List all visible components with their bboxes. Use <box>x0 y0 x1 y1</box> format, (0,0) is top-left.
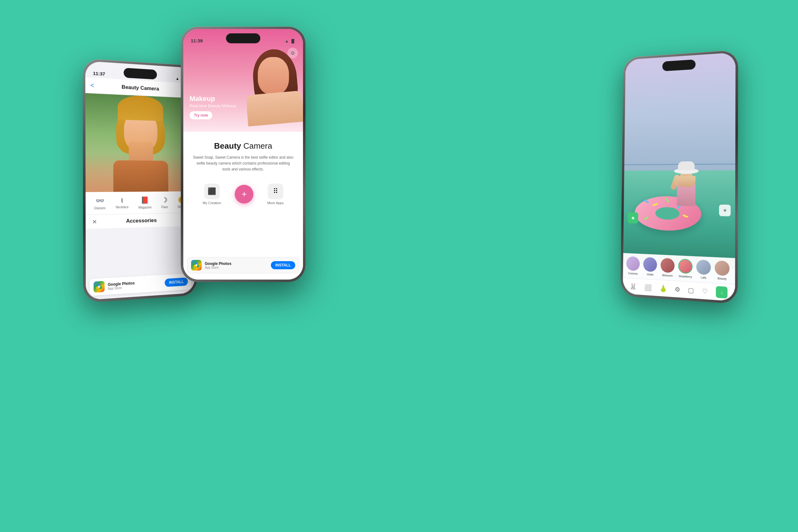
center-ad-text: Google Photos App Store <box>205 262 268 269</box>
phone-center: 11:39 ▲ ▐▌ ⚙ <box>181 26 305 282</box>
adjust-button[interactable]: ☀ <box>719 205 731 216</box>
center-ad-store: App Store <box>205 266 268 269</box>
person-hair <box>677 176 696 187</box>
left-dynamic-island <box>124 68 157 79</box>
left-header-title: Beauty Camera <box>121 84 159 92</box>
left-phone-content: 11:37 ▲ ▐▌ < Beauty Camera ⬇ <box>86 61 195 300</box>
hero-subtitle: Real-time Beauty Makeup <box>190 103 236 108</box>
magazine-tool[interactable]: 📕 Magazine <box>138 196 152 209</box>
body-icon[interactable]: 🐰 <box>629 282 637 290</box>
square-icon[interactable]: ⬜ <box>644 283 652 291</box>
violet-label: Violet <box>646 273 653 276</box>
my-creation-action[interactable]: ⬛ My Creation <box>203 184 221 205</box>
category-title: Accessories <box>126 217 157 224</box>
left-photo-area: ⏺ <box>86 93 194 192</box>
right-dynamic-island <box>662 59 696 71</box>
left-photo-person <box>107 99 174 192</box>
app-title-regular: Camera <box>241 141 272 151</box>
filter-lala[interactable]: Lala <box>695 260 712 280</box>
sprinkle-1 <box>644 199 649 203</box>
center-phone-content: 11:39 ▲ ▐▌ ⚙ <box>183 29 303 280</box>
right-photo: ★ ☀ <box>623 52 736 269</box>
center-body: Beauty Camera Sweet Snap, Sweet Camera i… <box>183 132 303 280</box>
glasses-icon: 👓 <box>95 197 104 205</box>
beauty-label: Beauty <box>718 277 727 281</box>
sprinkle-2 <box>652 203 658 206</box>
more-apps-action[interactable]: ⠿ More Apps <box>267 184 284 205</box>
cosmos-label: Cosmos <box>628 272 638 276</box>
center-dynamic-island <box>226 33 260 43</box>
svg-point-7 <box>195 264 197 266</box>
cosmos-circle <box>626 256 640 271</box>
more-apps-glyph: ⠿ <box>273 187 278 195</box>
center-actions: ⬛ My Creation + ⠿ More Apps <box>190 184 297 205</box>
lala-circle <box>696 260 711 275</box>
center-ad-name: Google Photos <box>205 262 268 266</box>
right-phone-content: ★ ☀ Cosmos Violet Bl <box>623 52 736 301</box>
filter-blossom[interactable]: Blossom <box>660 258 676 278</box>
blossom-label: Blossom <box>662 274 673 278</box>
center-google-photos-logo <box>191 260 202 270</box>
app-title-bold: Beauty <box>214 141 241 151</box>
sprinkle-6 <box>643 216 649 220</box>
phone-left: 11:37 ▲ ▐▌ < Beauty Camera ⬇ <box>82 58 197 303</box>
necklace-icon: ⌇ <box>121 197 124 204</box>
star-button[interactable]: ★ <box>628 212 639 224</box>
flare-icon: ☽ <box>162 196 167 204</box>
hero-title: Makeup <box>190 95 236 103</box>
left-category-row: ✕ Accessories ✓ <box>86 212 194 229</box>
frame-icon[interactable]: ▢ <box>688 286 694 294</box>
phone-right: ★ ☀ Cosmos Violet Bl <box>620 50 738 304</box>
magazine-label: Magazine <box>138 205 152 209</box>
wifi-icon: ▲ <box>176 76 179 81</box>
flare-tool[interactable]: ☽ Flare <box>161 196 168 209</box>
google-photos-logo <box>94 281 104 293</box>
necklace-tool[interactable]: ⌇ Necklace <box>116 197 129 209</box>
filter-strawberry[interactable]: Strawberry <box>677 259 694 279</box>
heart-icon[interactable]: ♡ <box>702 287 708 295</box>
center-app-desc: Sweet Snap, Sweet Camera is the best sel… <box>190 155 297 173</box>
more-apps-icon: ⠿ <box>268 184 283 199</box>
flare-label: Flare <box>161 205 168 209</box>
left-tools-row: 👓 Glasses ⌇ Necklace 📕 Magazine ☽ Flare <box>86 191 194 215</box>
center-time: 11:39 <box>191 38 203 43</box>
center-install-button[interactable]: INSTALL <box>271 261 295 269</box>
center-ad-banner[interactable]: Google Photos App Store INSTALL <box>187 257 299 273</box>
body <box>113 160 168 192</box>
beauty-circle <box>715 261 730 276</box>
sliders-icon[interactable]: ⚙ <box>674 285 680 293</box>
sprinkle-3 <box>665 197 669 203</box>
person-on-donut <box>672 159 700 216</box>
necklace-label: Necklace <box>116 205 129 209</box>
hero-face <box>258 57 289 94</box>
blossom-circle <box>661 258 674 273</box>
creation-glyph: ⬛ <box>208 187 216 195</box>
filter-violet[interactable]: Violet <box>642 257 658 277</box>
strawberry-circle <box>678 259 692 274</box>
try-now-button[interactable]: Try now <box>190 111 212 119</box>
back-button[interactable]: < <box>90 82 94 89</box>
left-ad-text: Google Photos App Store <box>108 279 162 290</box>
filter-beauty[interactable]: Beauty <box>714 260 730 281</box>
close-category-button[interactable]: ✕ <box>92 218 97 225</box>
more-apps-label: More Apps <box>267 201 284 205</box>
person-icon[interactable]: 🍐 <box>659 284 667 292</box>
glasses-label: Glasses <box>94 206 106 210</box>
center-app-title: Beauty Camera <box>190 141 297 151</box>
filter-cosmos[interactable]: Cosmos <box>625 256 641 276</box>
hero-text: Makeup Real-time Beauty Makeup Try now <box>190 95 236 119</box>
hero-shoulder <box>247 90 303 126</box>
download-icon-button[interactable]: ↓ <box>716 286 728 298</box>
glasses-tool[interactable]: 👓 Glasses <box>94 197 106 210</box>
my-creation-label: My Creation <box>203 201 221 205</box>
scene: 11:37 ▲ ▐▌ < Beauty Camera ⬇ <box>0 0 798 532</box>
hero-woman <box>247 40 303 127</box>
left-ad-banner[interactable]: Google Photos App Store INSTALL <box>90 273 191 296</box>
magazine-icon: 📕 <box>141 196 149 204</box>
strawberry-label: Strawberry <box>679 274 692 279</box>
my-creation-icon: ⬛ <box>204 184 220 199</box>
left-time: 11:37 <box>93 71 105 76</box>
hat-crown <box>678 162 695 170</box>
center-hero: 11:39 ▲ ▐▌ ⚙ <box>183 29 303 132</box>
add-action-button[interactable]: + <box>235 185 253 204</box>
